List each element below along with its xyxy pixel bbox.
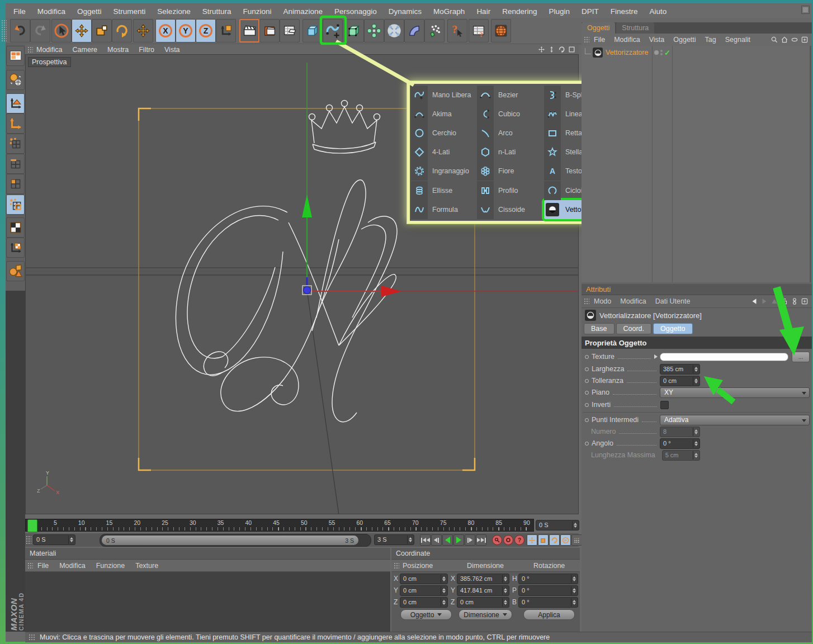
tolleranza-field[interactable]: 0 cm <box>660 376 700 386</box>
mat-menu-modifica[interactable]: Modifica <box>59 562 86 570</box>
spinner[interactable] <box>572 521 578 529</box>
menu-item-arco[interactable]: Arco <box>477 124 543 143</box>
attributes-grip[interactable] <box>584 298 589 305</box>
command-manager-button[interactable]: ? <box>469 19 489 42</box>
texture-mode-button[interactable] <box>6 217 25 238</box>
add-spline-button[interactable] <box>323 19 343 42</box>
play-backward-button[interactable] <box>442 534 453 546</box>
menu-file[interactable]: File <box>13 7 26 16</box>
texture-expand-arrow[interactable] <box>654 354 658 359</box>
menu-modifica[interactable]: Modifica <box>37 7 65 16</box>
tab-oggetti[interactable]: Oggetti <box>582 22 615 34</box>
menu-item-mano-libera[interactable]: Mano Libera <box>411 86 477 105</box>
pos-y-field[interactable]: 0 cm <box>400 585 448 596</box>
om-menu-file[interactable]: File <box>594 36 605 44</box>
timeline-grip[interactable] <box>26 536 31 544</box>
coordinate-system-button[interactable] <box>216 19 236 42</box>
add-layer-icon[interactable] <box>801 36 809 44</box>
mat-menu-texture[interactable]: Texture <box>135 562 158 570</box>
viewport-zoom-icon[interactable] <box>547 46 555 54</box>
om-menu-segnalibri[interactable]: Segnalit <box>725 36 750 44</box>
larghezza-field[interactable]: 385 cm <box>660 364 700 375</box>
menu-finestre[interactable]: Finestre <box>611 7 638 16</box>
vp-menu-camere[interactable]: Camere <box>73 46 97 54</box>
menu-item-bezier[interactable]: Bezier <box>477 86 543 105</box>
attr-menu-dati-utente[interactable]: Dati Utente <box>655 297 691 305</box>
redo-button[interactable] <box>30 19 50 42</box>
menu-strumenti[interactable]: Strumenti <box>114 7 146 16</box>
last-tool-button[interactable] <box>133 19 153 42</box>
model-mode-button[interactable] <box>6 113 25 134</box>
menu-struttura[interactable]: Struttura <box>202 7 231 16</box>
menu-animazione[interactable]: Animazione <box>283 7 323 16</box>
coord-size-dropdown[interactable]: Dimensione <box>459 609 512 620</box>
lock-y-axis-button[interactable]: Y <box>176 19 196 42</box>
rotate-tool-button[interactable] <box>112 19 132 42</box>
om-menu-vista[interactable]: Vista <box>649 36 665 44</box>
scale-tool-button[interactable] <box>92 19 112 42</box>
goto-start-button[interactable] <box>420 534 431 546</box>
tree-item-states[interactable]: ✓ <box>654 47 670 58</box>
play-forward-button[interactable] <box>453 534 464 546</box>
eye-icon[interactable] <box>791 36 798 44</box>
materials-grip[interactable] <box>27 562 33 569</box>
lock-icon[interactable] <box>781 297 788 305</box>
pos-z-field[interactable]: 0 cm <box>400 597 448 608</box>
layout-button[interactable] <box>6 46 25 66</box>
om-menu-oggetti[interactable]: Oggetti <box>673 36 696 44</box>
key-position-toggle[interactable] <box>527 534 537 546</box>
link-icon[interactable] <box>791 297 798 305</box>
coordinates-grip[interactable] <box>394 562 399 569</box>
expand-button[interactable] <box>384 19 404 42</box>
vp-menu-vista[interactable]: Vista <box>164 46 180 54</box>
timeline-ruler[interactable]: 051015202530354045505560657075808590 <box>25 519 534 532</box>
texture-input[interactable] <box>660 353 788 361</box>
menu-item-akima[interactable]: Akima <box>411 105 477 124</box>
viewport-pan-icon[interactable] <box>537 46 545 54</box>
undo-button[interactable] <box>10 19 30 42</box>
move-tool-button[interactable] <box>72 19 92 42</box>
render-view-button[interactable] <box>239 19 259 42</box>
viewport-menu-grip[interactable] <box>27 46 33 53</box>
apply-button[interactable]: Applica <box>523 609 575 620</box>
duration-field[interactable]: 3 S <box>374 534 414 545</box>
rot-h-field[interactable]: 0 ° <box>518 574 578 584</box>
dim-z-field[interactable]: 0 cm <box>457 597 509 608</box>
new-panel-icon[interactable] <box>801 297 809 305</box>
key-pla-toggle[interactable] <box>571 534 582 546</box>
texture-axis-mode-button[interactable] <box>6 238 25 258</box>
rot-p-field[interactable]: 0 ° <box>518 585 578 596</box>
menu-item-ingranaggio[interactable]: Ingranaggio <box>411 162 477 181</box>
dim-y-field[interactable]: 417.841 cm <box>457 585 509 596</box>
enable-dot-icon[interactable] <box>654 50 659 55</box>
goto-end-button[interactable] <box>476 534 486 546</box>
history-up-icon[interactable] <box>771 297 778 305</box>
om-menu-modifica[interactable]: Modifica <box>614 36 640 44</box>
help-button[interactable]: ? <box>447 19 467 42</box>
right-scrollbar[interactable] <box>810 46 811 282</box>
attr-menu-modo[interactable]: Modo <box>594 297 611 305</box>
menu-item-formula[interactable]: Formula <box>411 200 477 219</box>
render-picture-viewer-button[interactable] <box>259 19 280 42</box>
check-icon[interactable]: ✓ <box>664 49 670 57</box>
tab-coord[interactable]: Coord. <box>616 323 652 334</box>
home-icon[interactable] <box>781 36 788 44</box>
lock-z-axis-button[interactable]: Z <box>196 19 216 42</box>
menu-mograph[interactable]: MoGraph <box>433 7 465 16</box>
convert-object-button[interactable] <box>6 70 25 90</box>
timeline-scrubber-track[interactable]: 0 S 3 S <box>100 534 371 547</box>
vp-menu-mostra[interactable]: Mostra <box>107 46 129 54</box>
menu-aiuto[interactable]: Aiuto <box>650 7 667 16</box>
inverti-checkbox[interactable] <box>660 401 669 409</box>
online-help-button[interactable] <box>491 19 511 42</box>
menu-item-n-lati[interactable]: n-Lati <box>477 143 543 162</box>
make-editable-button[interactable] <box>6 93 25 113</box>
menu-personaggio[interactable]: Personaggio <box>334 7 377 16</box>
add-array-button[interactable] <box>364 19 384 42</box>
menu-item-profilo[interactable]: Profilo <box>477 181 543 200</box>
tree-item-vettorizzatore[interactable]: Vettorizzatore <box>584 47 648 58</box>
piano-dropdown[interactable]: XY <box>660 387 810 398</box>
menu-dpit[interactable]: DPIT <box>582 7 599 16</box>
menu-item-ellisse[interactable]: Ellisse <box>411 181 477 200</box>
add-particles-button[interactable] <box>424 19 445 42</box>
